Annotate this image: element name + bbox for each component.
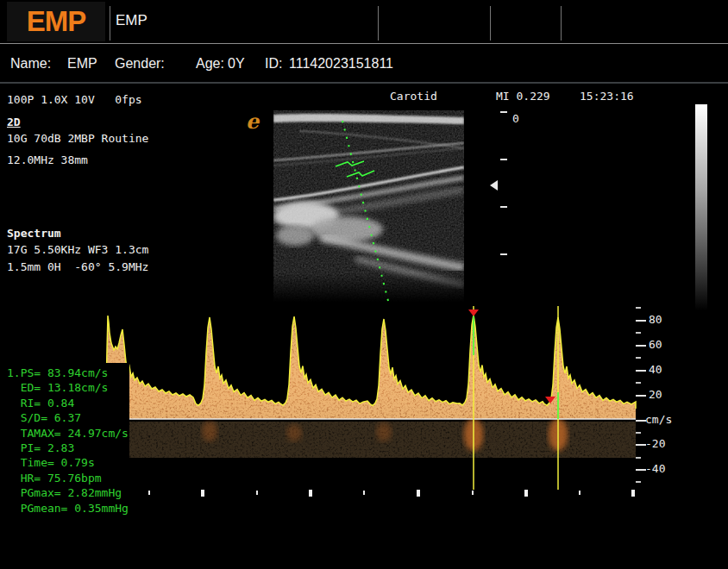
- vendor-logo-box: EMP: [7, 2, 105, 41]
- header-divider: [378, 6, 379, 41]
- measurement-line: TAMAX= 24.97cm/s: [7, 426, 129, 441]
- measurement-line: PI= 2.83: [7, 441, 129, 455]
- mi-label: MI: [496, 90, 510, 103]
- depth-tick: [500, 253, 507, 255]
- focus-marker-icon[interactable]: [490, 180, 498, 191]
- header-divider: [490, 6, 491, 41]
- velocity-tick-label: 40: [649, 364, 662, 376]
- name-value: EMP: [67, 56, 97, 72]
- spectrum-svg: [93, 303, 638, 498]
- exam-preset: Carotid: [390, 88, 444, 104]
- mode-2d-line1: 10G 70dB 2MBP Routine: [7, 130, 148, 147]
- age-label: Age:: [196, 56, 224, 72]
- measurement-line: HR= 75.76bpm: [7, 471, 129, 485]
- depth-tick: [500, 159, 507, 160]
- velocity-tick-label: 60: [649, 339, 662, 351]
- measurement-line: Time= 0.79s: [7, 455, 129, 470]
- patient-bar-separator: [0, 82, 728, 84]
- measurement-line: ED= 13.18cm/s: [7, 380, 129, 395]
- grayscale-map-bar: [695, 104, 707, 310]
- mi-value: 0.229: [516, 90, 549, 103]
- gender-label: Gender:: [115, 56, 165, 72]
- velocity-tick-label: 80: [649, 314, 662, 326]
- spectrum-mirror-noise: [95, 418, 636, 458]
- spectrum-title: Spectrum: [7, 225, 61, 241]
- name-label: Name:: [10, 56, 51, 72]
- caliper-marker-icon[interactable]: [468, 310, 479, 316]
- doppler-spectrum: [93, 303, 638, 498]
- id-value: 11142023151811: [289, 56, 393, 72]
- bmode-image: [273, 110, 464, 302]
- velocity-unit-label: cm/s: [645, 414, 672, 426]
- velocity-tick-label: -40: [645, 463, 665, 475]
- measurement-line: PGmean= 0.35mmHg: [7, 501, 129, 516]
- velocity-tick-label: -20: [645, 438, 665, 450]
- ultrasound-screen: EMP EMP L080-50L Carotid TIS 0.6 MI 0.22…: [0, 0, 728, 569]
- measurement-lines: 1.PS= 83.94cm/s ED= 13.18cm/s RI= 0.84 S…: [0, 363, 129, 516]
- vendor-logo: EMP: [27, 5, 86, 38]
- measurement-line: S/D= 6.37: [7, 410, 129, 425]
- measurement-results-panel: 1.PS= 83.94cm/s ED= 13.18cm/s RI= 0.84 S…: [0, 363, 129, 517]
- depth-tick: [500, 111, 507, 113]
- spectrum-line1: 17G 5.50KHz WF3 1.3cm: [7, 241, 148, 258]
- id-label: ID:: [265, 56, 282, 72]
- spectrum-line2: 1.5mm 0H -60° 5.9MHz: [7, 259, 148, 275]
- header-divider: [561, 6, 562, 41]
- vendor-watermark-icon: e: [246, 109, 259, 134]
- patient-bar: Name: EMP Gender: Age: 0Y ID: 1114202315…: [0, 44, 728, 82]
- mode-2d-title: 2D: [7, 114, 21, 130]
- acquisition-params: 100P 1.0X 10V 0fps: [7, 91, 142, 108]
- mode-2d-line2: 12.0MHz 38mm: [7, 152, 88, 168]
- measurement-line: 1.PS= 83.94cm/s: [7, 366, 129, 380]
- measurement-line: RI= 0.84: [7, 396, 129, 410]
- time-text: 15:23:16: [573, 88, 681, 104]
- app-title: EMP: [116, 12, 147, 29]
- depth-tick: [500, 206, 507, 208]
- header-divider: [110, 6, 110, 41]
- depth-zero-label: 0: [512, 113, 519, 125]
- velocity-tick-label: 20: [649, 389, 662, 401]
- measurement-line: PGmax= 2.82mmHg: [7, 485, 129, 500]
- age-value: 0Y: [228, 56, 245, 72]
- bmode-svg: [273, 110, 464, 302]
